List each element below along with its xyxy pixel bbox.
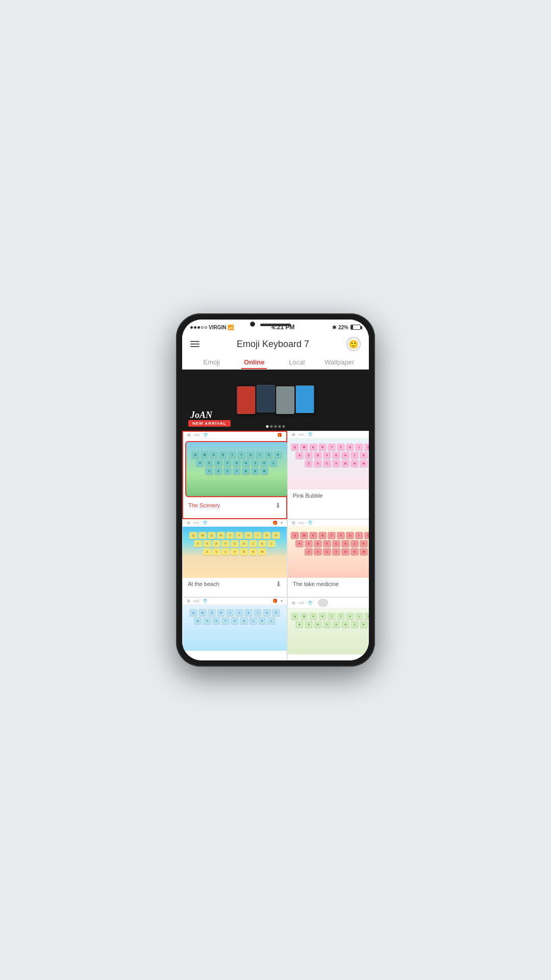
wifi-icon: 📶 [228,325,234,330]
tab-local[interactable]: Local [276,355,318,369]
gift-icon-5: 🎁 [272,599,278,603]
chevron-icon-3: ▾ [281,521,283,525]
footer-beach: At the beach ⬇ [183,578,287,591]
shirt-icon-4: 👕 [308,521,313,525]
sliders-icon-3: ⊞ [187,521,190,525]
shirt-icon: 👕 [203,433,208,437]
app-title: Emoji Keyboard 7 [237,339,309,350]
toolbar-pink: ⊞ </> 👕 🎁 ▾ [288,431,369,438]
theme-item-medicine[interactable]: ⊞ </> 👕 🎁 ▾ QWE RTY UIO P ASD [287,519,369,597]
code-icon-4: </> [298,521,305,525]
download-scenery[interactable]: ⬇ [275,501,281,509]
theme-name-medicine: The take medicine [293,581,339,587]
keyboard-preview-green: Q W E R T Y U I O P A S D [288,608,369,654]
status-bar: VIRGIN 📶 4:21 PM ✱ 22% [182,320,369,333]
shirt-icon-6: 👕 [308,601,313,605]
theme-item-pink[interactable]: ⊞ </> 👕 🎁 ▾ QWE RTY UIO P ASD [287,431,369,519]
menu-button[interactable] [190,341,199,347]
keyboard-preview-beach: Q W E R T Y U I O P A S D [183,527,287,578]
profile-icon[interactable]: 🙂 [346,337,361,351]
footer-pink: Pink Bubble ⬇ [288,489,369,503]
toolbar-scenery: ⊞ </> 👕 🎁 [183,432,286,439]
footer-medicine: The take medicine ⬇ [288,578,369,591]
status-right: ✱ 22% [332,325,361,330]
tab-bar: Emoji Online Local Wallpaper [182,351,369,370]
footer-scenery: The Scenery ⬇ [183,499,286,512]
code-icon: </> [194,433,200,437]
theme-item-beach[interactable]: ⊞ </> 👕 🎁 ▾ Q W E R T Y U [182,519,287,597]
theme-item-green[interactable]: ⊞ </> 👕 🎁 ▾ Q W E R T Y [287,597,369,660]
download-beach[interactable]: ⬇ [276,580,282,588]
sliders-icon-4: ⊞ [292,521,295,525]
tab-wallpaper[interactable]: Wallpaper [318,355,361,369]
sliders-icon-2: ⊞ [292,432,295,437]
keyboard-preview-pink: QWE RTY UIO P ASD FGH JKL ZXC VBN M [288,438,369,489]
theme-item-balloon[interactable]: ⊞ </> 👕 🎁 ▾ Q W E R T Y U [182,597,287,660]
carrier-label: VIRGIN [209,325,226,330]
keyboard-preview-balloon: Q W E R T Y U I O P A S D [183,605,287,651]
bluetooth-icon: ✱ [332,325,336,330]
banner-artist: JoAN [190,410,212,421]
theme-item-scenery[interactable]: ⊞ </> 👕 🎁 QWE RTY UIO P ASD FGH [182,431,287,519]
theme-grid: ⊞ </> 👕 🎁 QWE RTY UIO P ASD FGH [182,431,369,660]
app-header: Emoji Keyboard 7 🙂 [182,333,369,351]
battery-icon [350,325,361,330]
code-icon-3: </> [193,521,199,525]
chevron-icon-5: ▾ [281,599,283,603]
phone-device: VIRGIN 📶 4:21 PM ✱ 22% Emoji Keyboard 7 … [176,313,375,667]
shirt-icon-2: 👕 [308,432,313,437]
sliders-icon: ⊞ [187,433,191,437]
theme-name-pink: Pink Bubble [293,493,323,499]
gift-icon: 🎁 [277,433,282,437]
shirt-icon-3: 👕 [203,521,208,525]
sliders-icon-5: ⊞ [187,599,190,603]
battery-percent: 22% [338,325,348,330]
toolbar-green: ⊞ </> 👕 🎁 ▾ [288,598,369,608]
theme-name-scenery: The Scenery [188,502,220,508]
code-icon-2: </> [298,432,305,437]
tab-online[interactable]: Online [233,355,276,369]
code-icon-6: </> [298,601,305,605]
keyboard-preview-medicine: QWE RTY UIO P ASD FGH JKL ZXC VBN M [288,527,369,578]
code-icon-5: </> [193,599,199,603]
keyboard-preview-scenery: QWE RTY UIO P ASD FGH JKL ZXC VBN M [185,441,288,497]
tab-emoji[interactable]: Emoji [190,355,233,369]
phone-screen: VIRGIN 📶 4:21 PM ✱ 22% Emoji Keyboard 7 … [182,320,369,660]
featured-banner[interactable]: JoAN NEW ARRIVAL [182,370,369,431]
theme-name-beach: At the beach [188,581,219,587]
banner-dots [266,425,285,428]
status-left: VIRGIN 📶 [190,325,234,330]
sliders-icon-6: ⊞ [292,601,295,605]
toolbar-medicine: ⊞ </> 👕 🎁 ▾ [288,520,369,527]
gift-icon-3: 🎁 [272,521,278,525]
toolbar-balloon: ⊞ </> 👕 🎁 ▾ [183,598,287,605]
banner-label: NEW ARRIVAL [188,420,231,427]
shirt-icon-5: 👕 [203,599,208,603]
toolbar-beach: ⊞ </> 👕 🎁 ▾ [183,520,287,527]
